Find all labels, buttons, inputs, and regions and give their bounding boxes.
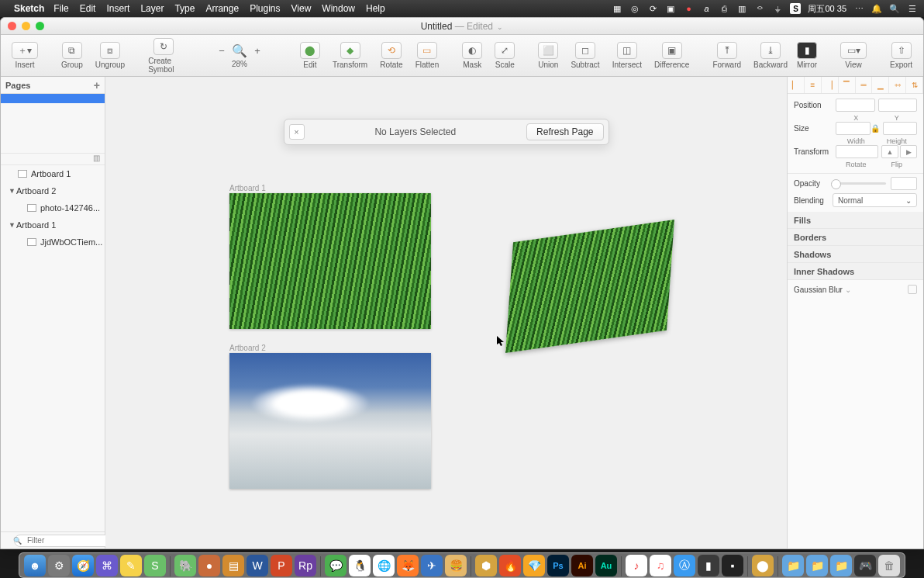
dock-evernote[interactable]: 🐘 xyxy=(174,555,196,576)
align-middle-icon[interactable]: ═ xyxy=(856,77,873,93)
current-page[interactable] xyxy=(1,94,105,103)
menu-type[interactable]: Type xyxy=(174,3,195,14)
app-name[interactable]: Sketch xyxy=(14,3,44,14)
dock-app[interactable]: ⌘ xyxy=(96,555,118,576)
forward-button[interactable]: ⤒Forward xyxy=(708,40,746,71)
backward-button[interactable]: ⤓Backward xyxy=(749,40,792,71)
position-x-field[interactable] xyxy=(836,99,875,112)
intersect-button[interactable]: ◫Intersect xyxy=(608,40,646,71)
window-zoom-button[interactable] xyxy=(36,22,44,30)
artboard-2-image[interactable] xyxy=(229,353,431,489)
dock-app[interactable]: 🍔 xyxy=(445,555,467,576)
edit-button[interactable]: ⬤Edit xyxy=(295,40,325,71)
menu-icon[interactable]: ☰ xyxy=(907,3,918,14)
dock-app[interactable]: ● xyxy=(198,555,220,576)
status-icon[interactable]: ⟳ xyxy=(647,3,658,14)
pages-collapse-button[interactable]: ▥ xyxy=(1,153,105,165)
height-field[interactable] xyxy=(883,122,918,135)
layer-artboard-1[interactable]: Artboard 1 xyxy=(1,165,105,182)
wifi-icon[interactable]: ⌔ xyxy=(754,3,765,14)
window-minimize-button[interactable] xyxy=(22,22,30,30)
dock-chrome[interactable]: 🌐 xyxy=(373,555,395,576)
menu-view[interactable]: View xyxy=(291,3,312,14)
dock-finder[interactable]: ☻ xyxy=(24,555,46,576)
mask-button[interactable]: ◐Mask xyxy=(457,40,487,71)
align-center-h-icon[interactable]: ≡ xyxy=(805,77,822,93)
lock-icon[interactable]: 🔒 xyxy=(871,124,880,133)
menu-edit[interactable]: Edit xyxy=(80,3,96,14)
difference-button[interactable]: ▣Difference xyxy=(650,40,694,71)
zoom-in-button[interactable]: + xyxy=(252,45,263,57)
status-record-icon[interactable]: ● xyxy=(683,3,694,14)
battery-icon[interactable]: ▥ xyxy=(736,3,747,14)
group-button[interactable]: ⧉Group xyxy=(57,40,88,71)
disclosure-icon[interactable]: ▼ xyxy=(9,221,16,229)
dock-folder[interactable]: 📁 xyxy=(806,555,828,576)
opacity-slider[interactable] xyxy=(833,182,886,185)
rotate-button[interactable]: ⟲Rotate xyxy=(375,40,407,71)
dock-audition[interactable]: Au xyxy=(595,555,617,576)
align-top-icon[interactable]: ▔ xyxy=(839,77,856,93)
width-field[interactable] xyxy=(836,122,871,135)
spotlight-icon[interactable]: 🔍 xyxy=(889,3,900,14)
status-icon[interactable]: ◎ xyxy=(629,3,640,14)
dock-folder[interactable]: 📁 xyxy=(830,555,852,576)
dock-app[interactable]: 🎮 xyxy=(854,555,876,576)
opacity-field[interactable] xyxy=(891,177,917,190)
rotate-field[interactable] xyxy=(836,145,878,158)
status-icon[interactable]: ⏚ xyxy=(772,3,783,14)
dock-folder[interactable]: 📁 xyxy=(782,555,804,576)
status-icon[interactable]: a xyxy=(701,3,712,14)
dock-illustrator[interactable]: Ai xyxy=(571,555,593,576)
status-icon[interactable]: ▣ xyxy=(665,3,676,14)
menu-layer[interactable]: Layer xyxy=(140,3,164,14)
transform-button[interactable]: ◆Transform xyxy=(328,40,372,71)
dock-sketch[interactable]: 💎 xyxy=(523,555,545,576)
document-title[interactable]: Untitled — Edited ⌄ xyxy=(421,21,504,32)
subtract-button[interactable]: ◻Subtract xyxy=(566,40,604,71)
create-symbol-button[interactable]: ↻Create Symbol xyxy=(143,36,184,75)
dock-settings[interactable]: ⚙ xyxy=(48,555,70,576)
status-icon[interactable]: S xyxy=(790,3,801,14)
layer-artboard-2[interactable]: ▼ Artboard 2 xyxy=(1,182,105,199)
status-icon[interactable]: ▦ xyxy=(612,3,622,14)
menu-arrange[interactable]: Arrange xyxy=(205,3,239,14)
dock-itunes[interactable]: ♫ xyxy=(650,555,671,576)
disclosure-icon[interactable]: ▼ xyxy=(9,187,16,195)
mirror-button[interactable]: ▮Mirror xyxy=(792,40,822,71)
dock-app[interactable]: ▤ xyxy=(222,555,244,576)
dock-appstore[interactable]: Ⓐ xyxy=(674,555,695,576)
export-button[interactable]: ⇧Export xyxy=(885,40,917,71)
dock-app[interactable]: Rp xyxy=(295,555,316,576)
dock-powerpoint[interactable]: P xyxy=(271,555,292,576)
dock-word[interactable]: W xyxy=(247,555,268,576)
union-button[interactable]: ⬜Union xyxy=(533,40,563,71)
zoom-out-button[interactable]: − xyxy=(216,45,227,57)
artboard-1-image[interactable] xyxy=(229,193,431,329)
artboard-2-label[interactable]: Artboard 2 xyxy=(229,344,266,352)
floating-grass-image[interactable] xyxy=(505,220,674,353)
dock-wechat[interactable]: 💬 xyxy=(325,555,346,576)
menu-help[interactable]: Help xyxy=(366,3,385,14)
blending-select[interactable]: Normal⌄ xyxy=(833,193,917,207)
dock-app[interactable]: ✈ xyxy=(421,555,443,576)
dock-app[interactable]: ▪ xyxy=(722,555,743,576)
flatten-button[interactable]: ▭Flatten xyxy=(411,40,444,71)
dock-firefox[interactable]: 🦊 xyxy=(397,555,419,576)
menu-file[interactable]: File xyxy=(53,3,68,14)
menu-window[interactable]: Window xyxy=(322,3,355,14)
gaussian-blur-checkbox[interactable] xyxy=(908,285,917,294)
layer-image-jjd[interactable]: JjdWbOCTiem... xyxy=(1,234,105,251)
status-icon[interactable]: ⎙ xyxy=(719,3,729,14)
shadows-header[interactable]: Shadows xyxy=(788,246,923,263)
insert-button[interactable]: ＋▾ Insert xyxy=(7,40,43,71)
dock-app[interactable]: S xyxy=(144,555,166,576)
artboard-1-label[interactable]: Artboard 1 xyxy=(229,184,266,192)
menu-plugins[interactable]: Plugins xyxy=(250,3,280,14)
distribute-h-icon[interactable]: ⇿ xyxy=(889,77,906,93)
dock-app[interactable]: 🐧 xyxy=(349,555,371,576)
align-bottom-icon[interactable]: ▁ xyxy=(872,77,889,93)
notification-center-icon[interactable]: 🔔 xyxy=(871,3,882,14)
layer-artboard-1b[interactable]: ▼ Artboard 1 xyxy=(1,216,105,234)
chevron-down-icon[interactable]: ⌄ xyxy=(845,286,851,294)
